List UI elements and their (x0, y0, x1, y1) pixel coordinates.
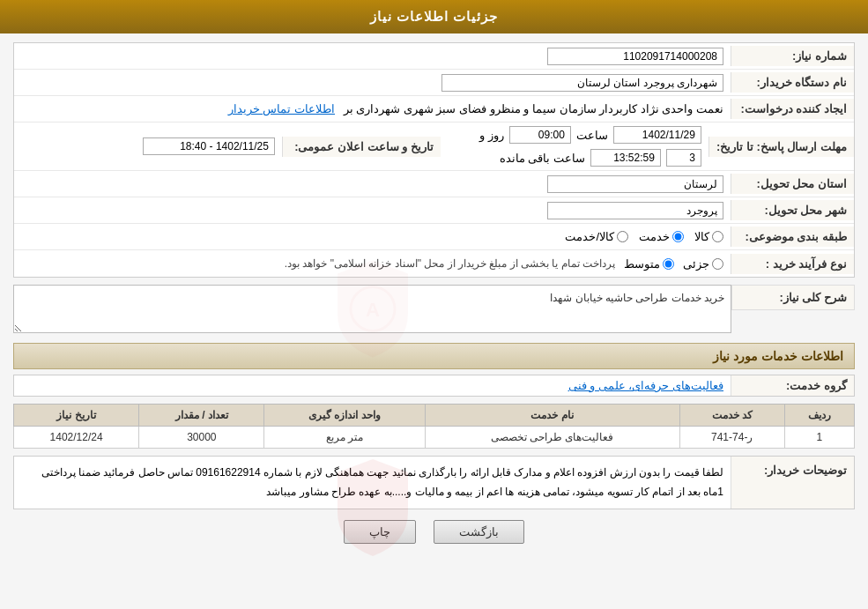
deadline-value-cell: ساعت روز و ساعت باقی مانده (441, 123, 708, 170)
buyer-desc-label: توضیحات خریدار: (731, 457, 854, 509)
requester-value-cell: نعمت واحدی نژاد کاربردار سازمان سیما و م… (14, 99, 731, 119)
page-title: جزئیات اطلاعات نیاز (370, 9, 498, 24)
buyer-desc-content: لطفا قیمت را بدون ارزش افزوده اعلام و مد… (14, 457, 731, 509)
cell-name: فعالیت‌های طراحی تخصصی (425, 427, 679, 449)
back-button[interactable]: بازگشت (434, 520, 524, 544)
niaaz-number-row: شماره نیاز: (14, 43, 854, 70)
category-goods-service-option: کالا/خدمت (565, 230, 628, 243)
deadline-row: مهلت ارسال پاسخ: تا تاریخ: ساعت روز و سا… (14, 123, 854, 171)
cell-date: 1402/12/24 (14, 427, 139, 449)
category-service-label: خدمت (639, 230, 670, 243)
deadline-remaining-input[interactable] (590, 149, 661, 167)
category-value-cell: کالا خدمت کالا/خدمت (14, 227, 731, 247)
col-unit: واحد اندازه گیری (264, 405, 425, 427)
purchase-type-value-cell: جزئی متوسط پرداخت تمام یا بخشی از مبلغ خ… (14, 254, 731, 274)
category-service-option: خدمت (639, 230, 684, 243)
buyer-desc-text: لطفا قیمت را بدون ارزش افزوده اعلام و مد… (41, 466, 723, 498)
buyer-org-label: نام دستگاه خریدار: (731, 72, 854, 93)
service-group-value: فعالیت‌های حرفه‌ای، علمی و فنی (14, 375, 731, 396)
page-header: جزئیات اطلاعات نیاز (0, 0, 868, 33)
deadline-time-input[interactable] (509, 126, 571, 144)
requester-row: ایجاد کننده درخواست: نعمت واحدی نژاد کار… (14, 96, 854, 123)
deadline-time-label: ساعت (576, 129, 608, 142)
city-row: شهر محل تحویل: (14, 197, 854, 224)
province-row: استان محل تحویل: (14, 171, 854, 197)
col-date: تاریخ نیاز (14, 405, 139, 427)
description-value-wrapper: خرید خدمات طراحی حاشیه خیابان شهدا A (13, 285, 731, 336)
requester-text: نعمت واحدی نژاد کاربردار سازمان سیما و م… (344, 102, 723, 115)
city-label: شهر محل تحویل: (731, 200, 854, 220)
purchase-part-option: جزئی (683, 257, 723, 271)
page-wrapper: جزئیات اطلاعات نیاز شماره نیاز: نام دستگ… (0, 0, 868, 609)
buyer-org-input[interactable] (441, 74, 723, 92)
deadline-label: مهلت ارسال پاسخ: تا تاریخ: (708, 137, 854, 157)
col-name: نام خدمت (425, 405, 679, 427)
services-table: ردیف کد خدمت نام خدمت واحد اندازه گیری ت… (13, 404, 855, 449)
button-row: بازگشت چاپ (13, 520, 855, 544)
services-table-section: ردیف کد خدمت نام خدمت واحد اندازه گیری ت… (13, 404, 855, 449)
content-area: شماره نیاز: نام دستگاه خریدار: ایجاد کنن… (0, 33, 868, 563)
purchase-part-label: جزئی (683, 257, 709, 271)
cell-quantity: 30000 (139, 427, 264, 449)
category-row: طبقه بندی موضوعی: کالا خدمت (14, 224, 854, 250)
cell-code: ر-74-741 (679, 427, 784, 449)
niaaz-number-input[interactable] (547, 48, 723, 65)
category-goods-service-radio[interactable] (617, 231, 628, 242)
service-group-label: گروه خدمت: (731, 375, 854, 396)
service-group-row: گروه خدمت: فعالیت‌های حرفه‌ای، علمی و فن… (13, 375, 855, 397)
purchase-note: پرداخت تمام یا بخشی از مبلغ خریدار از مح… (285, 257, 615, 270)
category-goods-option: کالا (694, 230, 723, 243)
province-label: استان محل تحویل: (731, 174, 854, 194)
deadline-date-input[interactable] (613, 126, 701, 144)
province-value-cell (14, 172, 731, 197)
col-code: کد خدمت (679, 405, 784, 427)
description-label: شرح کلی نیاز: (731, 285, 855, 310)
announce-input[interactable] (143, 137, 275, 155)
deadline-days-label: روز و (479, 129, 504, 142)
category-goods-label: کالا (694, 230, 709, 243)
main-info-section: شماره نیاز: نام دستگاه خریدار: ایجاد کنن… (13, 42, 855, 278)
description-section: شرح کلی نیاز: خرید خدمات طراحی حاشیه خیا… (13, 285, 855, 336)
city-value-cell (14, 198, 731, 223)
cell-unit: متر مربع (264, 427, 425, 449)
niaaz-number-label: شماره نیاز: (731, 46, 854, 66)
requester-contact-link[interactable]: اطلاعات تماس خریدار (228, 102, 335, 115)
city-input[interactable] (547, 202, 723, 219)
province-input[interactable] (547, 175, 723, 193)
col-qty: تعداد / مقدار (139, 405, 264, 427)
description-text: خرید خدمات طراحی حاشیه خیابان شهدا (550, 292, 724, 304)
purchase-part-radio[interactable] (712, 258, 723, 270)
category-label: طبقه بندی موضوعی: (731, 227, 854, 247)
table-row: 1 ر-74-741 فعالیت‌های طراحی تخصصی متر مر… (14, 427, 855, 449)
category-goods-radio[interactable] (712, 231, 723, 242)
service-group-link[interactable]: فعالیت‌های حرفه‌ای، علمی و فنی (568, 379, 723, 392)
buyer-org-row: نام دستگاه خریدار: (14, 70, 854, 96)
cell-row: 1 (784, 427, 854, 449)
purchase-type-row: نوع فرآیند خرید : جزئی متوسط پرداخت تمام… (14, 250, 854, 277)
category-goods-service-label: کالا/خدمت (565, 230, 614, 243)
table-header-row: ردیف کد خدمت نام خدمت واحد اندازه گیری ت… (14, 405, 855, 427)
category-service-radio[interactable] (672, 231, 684, 242)
col-row: ردیف (784, 405, 854, 427)
purchase-medium-label: متوسط (624, 257, 660, 271)
deadline-remaining-label: ساعت باقی مانده (500, 152, 585, 165)
announce-value-cell (14, 134, 282, 159)
purchase-type-label: نوع فرآیند خرید : (731, 254, 854, 274)
print-button[interactable]: چاپ (344, 520, 416, 544)
buyer-desc-row: توضیحات خریدار: لطفا قیمت را بدون ارزش ا… (13, 456, 855, 509)
requester-label: ایجاد کننده درخواست: (731, 99, 854, 119)
purchase-medium-option: متوسط (624, 257, 674, 271)
niaaz-number-value (14, 44, 731, 69)
deadline-days-input[interactable] (666, 149, 701, 167)
buyer-org-value (14, 71, 731, 95)
services-section-title: اطلاعات خدمات مورد نیاز (13, 343, 855, 369)
announce-label: تاریخ و ساعت اعلان عمومی: (282, 137, 441, 157)
purchase-medium-radio[interactable] (663, 258, 674, 270)
